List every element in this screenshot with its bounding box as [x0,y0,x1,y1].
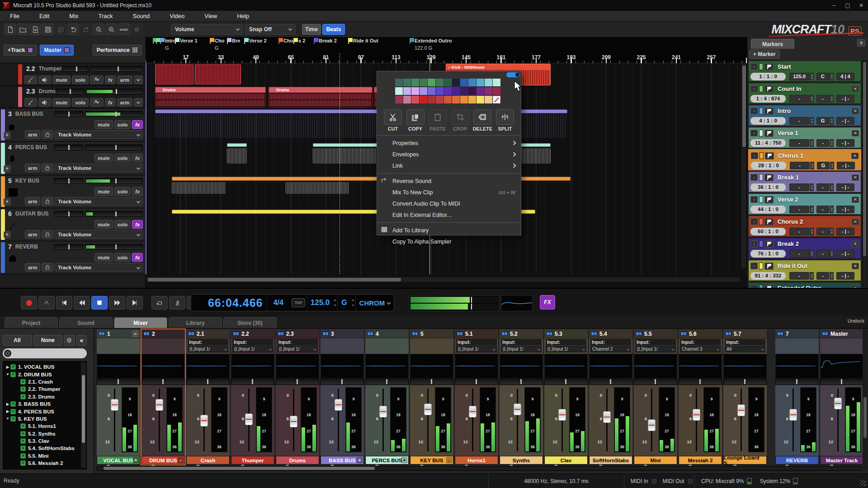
new-project-icon[interactable] [4,23,16,35]
automation-button[interactable] [90,75,104,84]
channel-name-label[interactable]: Master Track [820,456,863,465]
fast-forward-button[interactable] [109,296,125,310]
marker-tempo-field[interactable]: - [789,272,809,280]
expand-marker-icon[interactable]: › [750,285,758,288]
color-swatch[interactable] [395,79,403,86]
menu-item-link[interactable]: Link [377,160,521,171]
pan-slider[interactable] [142,378,185,385]
close-icon[interactable]: ✕ [854,0,868,10]
menu-item-properties[interactable]: Properties [377,137,521,149]
flag-icon[interactable] [764,218,774,225]
fader-handle[interactable] [648,419,656,431]
fx-button[interactable]: fx [105,98,116,107]
mixer-channel-7[interactable]: 70612∞9182736REVERB [775,329,819,465]
checkbox-icon[interactable]: × [20,460,26,466]
tree-expand-icon[interactable]: ▶ [5,402,10,406]
marker-time-field[interactable]: 60 : 1 : 0 [750,228,786,235]
color-swatch[interactable] [444,87,452,95]
redo-icon[interactable] [80,23,92,35]
pan-slider[interactable] [775,378,819,385]
close-icon[interactable]: ✕ [852,197,859,203]
time-signature[interactable]: 4/4 [267,295,290,311]
channel-name-label[interactable]: Messiah 2 [679,456,722,465]
volume-slider[interactable] [85,111,143,117]
no-color-swatch[interactable] [493,96,500,103]
mixer-channel-4[interactable]: 40612∞9182736PERCS BUS+ [365,329,409,465]
maximize-icon[interactable]: ▢ [841,0,854,10]
tempo-spinner[interactable] [810,206,814,213]
track-header-key-bus[interactable]: 5KEY BUSmutesolofxarmTrack Volume+ [0,175,146,208]
key-spinner[interactable] [830,183,834,191]
add-subtrack-button[interactable]: + [4,198,10,205]
pan-slider[interactable] [54,111,83,117]
marker-color-chip[interactable] [759,240,763,247]
marker-time-field[interactable]: 28 : 1 : 0 [751,162,786,169]
track-volume-dropdown[interactable]: Track Volume [55,230,143,239]
tree-item[interactable]: ▶×3. BASS BUS [3,400,86,408]
solo-button[interactable]: solo [72,98,89,107]
color-swatch[interactable] [485,87,492,95]
pan-slider[interactable] [820,378,863,385]
arrange-area[interactable]: IntroGVerse 1ChoGBreVerse 2Chos 2Break 2… [146,37,747,288]
expand-marker-icon[interactable]: › [750,63,758,70]
solo-button[interactable]: solo [114,187,131,196]
color-swatch[interactable] [468,87,476,95]
audio-clip[interactable] [227,143,247,147]
checkbox-icon[interactable]: × [20,438,26,444]
arm-button[interactable]: arm [25,130,40,139]
mute-button[interactable]: mute [52,75,71,84]
mixer-channel-3[interactable]: 30612∞9182736BASS BUS+ [321,329,364,465]
markers-scrollbar[interactable] [862,61,867,286]
close-icon[interactable]: ✕ [852,130,859,136]
timeline-marker-flag[interactable] [293,38,294,44]
close-icon[interactable]: ✕ [851,153,859,159]
pan-slider[interactable] [410,378,453,385]
track-header-reverb[interactable]: 7REVERBmutesolofxarmTrack Volume [0,241,146,274]
performance-button[interactable]: Performance [93,45,142,56]
tempo-spinner[interactable] [810,228,814,235]
add-track-button[interactable]: +Track [4,45,37,56]
volume-slider[interactable] [86,89,143,94]
arm-button[interactable]: arm [25,230,40,239]
menu-item-copy-to-alpha-sampler[interactable]: Copy To Alpha Sampler [377,236,521,247]
mixer-channel-5[interactable]: 50612∞9182736KEY BUS- [410,329,453,465]
channel-name-label[interactable]: PERCS BUS+ [365,456,409,465]
checkbox-icon[interactable]: × [20,386,26,392]
marker-key-field[interactable]: - [816,206,829,213]
fader-handle[interactable] [693,409,700,421]
rewind-button[interactable] [74,296,90,310]
expand-marker-icon[interactable]: › [750,263,758,269]
marker-tempo-field[interactable]: - [789,139,809,147]
expand-marker-icon[interactable]: › [750,240,758,247]
marker-timesig-field[interactable]: - | - [836,139,854,147]
marker-card-verse-1[interactable]: ›Verse 1✕11 : 4 : 750--- | - [748,127,861,148]
close-icon[interactable]: ✕ [852,86,859,92]
marker-tempo-field[interactable]: - [790,162,810,169]
timeline-marker-flag[interactable] [410,38,410,44]
channel-name-label[interactable]: Synths [500,456,543,465]
mixer-channel-5.6[interactable]: 5.6Input:Channel 30612∞9182736Messiah 2 [679,329,722,465]
input-dropdown[interactable]: (L)Input 1/ [456,346,497,352]
fx-button[interactable]: fx [132,220,143,229]
pan-slider[interactable] [186,378,230,385]
tree-item[interactable]: ×2.2. Thumper [3,385,86,393]
flag-icon[interactable] [764,130,774,137]
marker-card-chorus-1[interactable]: ›Chorus 1✕28 : 1 : 0-G- | - [748,149,861,170]
color-swatch[interactable] [403,96,411,103]
tree-item[interactable]: ▶×1. VOCAL BUS [3,363,86,371]
fader-handle[interactable] [245,413,253,425]
fx-button[interactable]: fx [132,253,143,262]
color-swatch[interactable] [493,79,500,86]
tree-item[interactable]: ×5.4. SoftHornStabs [3,445,86,452]
menu-item-convert-audio-clip-to-midi[interactable]: Convert Audio Clip To MIDI [377,198,521,209]
tap-tempo-button[interactable]: TAP [292,298,305,307]
tempo-spinner[interactable] [810,250,814,258]
split-button[interactable]: SPLIT [495,109,515,131]
color-swatch[interactable] [460,96,468,103]
marker-timesig-field[interactable]: - | - [836,250,854,258]
marker-card-break-1[interactable]: ›Break 1✕36 : 1 : 0--- | - [748,171,861,192]
key-spinner[interactable] [830,162,834,169]
track-volume-dropdown[interactable]: Track Volume [55,197,143,206]
tab-sound[interactable]: Sound [59,317,113,328]
menu-toggle-switch[interactable] [506,72,520,77]
